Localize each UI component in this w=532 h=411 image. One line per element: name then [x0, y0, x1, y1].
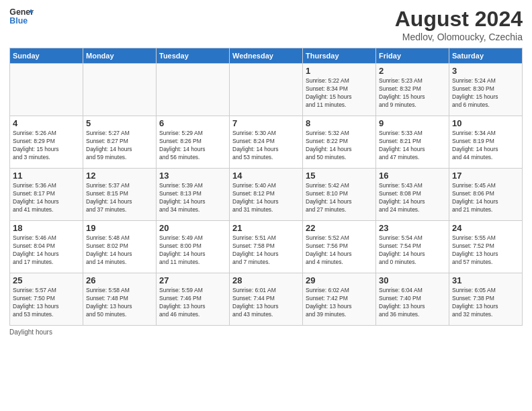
day-number: 26 — [86, 275, 153, 285]
day-cell — [230, 64, 303, 116]
day-cell: 21Sunrise: 5:51 AM Sunset: 7:58 PM Dayli… — [230, 221, 303, 273]
day-info: Sunrise: 6:01 AM Sunset: 7:44 PM Dayligh… — [232, 287, 300, 319]
day-cell: 12Sunrise: 5:37 AM Sunset: 8:15 PM Dayli… — [83, 169, 157, 221]
logo: General Blue — [9, 7, 34, 27]
day-info: Sunrise: 5:34 AM Sunset: 8:19 PM Dayligh… — [452, 130, 519, 162]
day-cell: 1Sunrise: 5:22 AM Sunset: 8:34 PM Daylig… — [303, 64, 376, 116]
day-cell: 27Sunrise: 5:59 AM Sunset: 7:46 PM Dayli… — [157, 273, 230, 326]
day-cell: 13Sunrise: 5:39 AM Sunset: 8:13 PM Dayli… — [157, 169, 230, 221]
day-number: 16 — [379, 171, 446, 181]
day-info: Sunrise: 5:33 AM Sunset: 8:21 PM Dayligh… — [379, 130, 446, 162]
day-number: 25 — [13, 275, 80, 285]
day-info: Sunrise: 5:23 AM Sunset: 8:32 PM Dayligh… — [379, 77, 446, 109]
day-info: Sunrise: 5:24 AM Sunset: 8:30 PM Dayligh… — [452, 77, 519, 109]
main-title: August 2024 — [395, 7, 523, 32]
day-cell: 23Sunrise: 5:54 AM Sunset: 7:54 PM Dayli… — [376, 221, 449, 273]
subtitle: Medlov, Olomoucky, Czechia — [395, 32, 523, 42]
week-row-1: 1Sunrise: 5:22 AM Sunset: 8:34 PM Daylig… — [10, 64, 523, 116]
day-number: 23 — [379, 223, 446, 233]
week-row-2: 4Sunrise: 5:26 AM Sunset: 8:29 PM Daylig… — [10, 116, 523, 169]
day-info: Sunrise: 5:54 AM Sunset: 7:54 PM Dayligh… — [379, 234, 446, 267]
day-number: 21 — [232, 223, 300, 233]
day-number: 12 — [86, 171, 153, 181]
day-cell: 24Sunrise: 5:55 AM Sunset: 7:52 PM Dayli… — [449, 221, 523, 273]
day-cell: 8Sunrise: 5:32 AM Sunset: 8:22 PM Daylig… — [303, 116, 376, 169]
day-info: Sunrise: 6:02 AM Sunset: 7:42 PM Dayligh… — [306, 287, 373, 319]
col-wednesday: Wednesday — [230, 48, 303, 64]
day-number: 20 — [159, 223, 226, 233]
col-thursday: Thursday — [303, 48, 376, 64]
day-number: 31 — [452, 275, 519, 285]
day-number: 18 — [13, 223, 80, 233]
day-info: Sunrise: 5:59 AM Sunset: 7:46 PM Dayligh… — [159, 287, 226, 319]
day-info: Sunrise: 5:39 AM Sunset: 8:13 PM Dayligh… — [159, 182, 226, 214]
title-block: August 2024 Medlov, Olomoucky, Czechia — [395, 7, 523, 42]
day-info: Sunrise: 5:30 AM Sunset: 8:24 PM Dayligh… — [232, 130, 300, 162]
day-cell: 19Sunrise: 5:48 AM Sunset: 8:02 PM Dayli… — [83, 221, 157, 273]
day-number: 17 — [452, 171, 519, 181]
day-number: 22 — [306, 223, 373, 233]
day-cell: 17Sunrise: 5:45 AM Sunset: 8:06 PM Dayli… — [449, 169, 523, 221]
day-cell: 31Sunrise: 6:05 AM Sunset: 7:38 PM Dayli… — [449, 273, 523, 326]
day-info: Sunrise: 5:46 AM Sunset: 8:04 PM Dayligh… — [13, 234, 80, 267]
day-cell: 6Sunrise: 5:29 AM Sunset: 8:26 PM Daylig… — [157, 116, 230, 169]
day-number: 8 — [306, 118, 373, 128]
header: General Blue August 2024 Medlov, Olomouc… — [9, 7, 523, 42]
day-number: 30 — [379, 275, 446, 285]
day-info: Sunrise: 5:40 AM Sunset: 8:12 PM Dayligh… — [232, 182, 300, 214]
day-number: 11 — [13, 171, 80, 181]
logo-icon: General Blue — [9, 7, 34, 27]
day-cell: 26Sunrise: 5:58 AM Sunset: 7:48 PM Dayli… — [83, 273, 157, 326]
day-cell: 7Sunrise: 5:30 AM Sunset: 8:24 PM Daylig… — [230, 116, 303, 169]
day-number: 19 — [86, 223, 153, 233]
day-info: Sunrise: 5:36 AM Sunset: 8:17 PM Dayligh… — [13, 182, 80, 214]
day-number: 29 — [306, 275, 373, 285]
day-number: 14 — [232, 171, 300, 181]
col-tuesday: Tuesday — [157, 48, 230, 64]
week-row-5: 25Sunrise: 5:57 AM Sunset: 7:50 PM Dayli… — [10, 273, 523, 326]
day-cell: 22Sunrise: 5:52 AM Sunset: 7:56 PM Dayli… — [303, 221, 376, 273]
calendar-table: Sunday Monday Tuesday Wednesday Thursday… — [9, 48, 523, 326]
col-friday: Friday — [376, 48, 449, 64]
day-cell: 3Sunrise: 5:24 AM Sunset: 8:30 PM Daylig… — [449, 64, 523, 116]
day-cell: 9Sunrise: 5:33 AM Sunset: 8:21 PM Daylig… — [376, 116, 449, 169]
day-number: 9 — [379, 118, 446, 128]
day-info: Sunrise: 6:05 AM Sunset: 7:38 PM Dayligh… — [452, 287, 519, 319]
day-cell: 14Sunrise: 5:40 AM Sunset: 8:12 PM Dayli… — [230, 169, 303, 221]
day-info: Sunrise: 5:55 AM Sunset: 7:52 PM Dayligh… — [452, 234, 519, 267]
day-number: 1 — [306, 66, 373, 76]
day-cell: 10Sunrise: 5:34 AM Sunset: 8:19 PM Dayli… — [449, 116, 523, 169]
day-info: Sunrise: 5:29 AM Sunset: 8:26 PM Dayligh… — [159, 130, 226, 162]
day-info: Sunrise: 5:42 AM Sunset: 8:10 PM Dayligh… — [306, 182, 373, 214]
day-info: Sunrise: 5:37 AM Sunset: 8:15 PM Dayligh… — [86, 182, 153, 214]
day-cell: 4Sunrise: 5:26 AM Sunset: 8:29 PM Daylig… — [10, 116, 83, 169]
day-number: 15 — [306, 171, 373, 181]
day-cell — [10, 64, 83, 116]
day-info: Sunrise: 5:57 AM Sunset: 7:50 PM Dayligh… — [13, 287, 80, 319]
day-info: Sunrise: 5:27 AM Sunset: 8:27 PM Dayligh… — [86, 130, 153, 162]
day-cell — [83, 64, 157, 116]
day-cell: 2Sunrise: 5:23 AM Sunset: 8:32 PM Daylig… — [376, 64, 449, 116]
day-cell: 18Sunrise: 5:46 AM Sunset: 8:04 PM Dayli… — [10, 221, 83, 273]
day-cell: 25Sunrise: 5:57 AM Sunset: 7:50 PM Dayli… — [10, 273, 83, 326]
day-number: 10 — [452, 118, 519, 128]
col-monday: Monday — [83, 48, 157, 64]
day-info: Sunrise: 5:51 AM Sunset: 7:58 PM Dayligh… — [232, 234, 300, 267]
day-number: 27 — [159, 275, 226, 285]
day-number: 6 — [159, 118, 226, 128]
day-info: Sunrise: 5:22 AM Sunset: 8:34 PM Dayligh… — [306, 77, 373, 109]
day-number: 2 — [379, 66, 446, 76]
day-number: 3 — [452, 66, 519, 76]
svg-text:Blue: Blue — [9, 16, 28, 26]
day-cell: 15Sunrise: 5:42 AM Sunset: 8:10 PM Dayli… — [303, 169, 376, 221]
day-number: 5 — [86, 118, 153, 128]
day-number: 4 — [13, 118, 80, 128]
week-row-3: 11Sunrise: 5:36 AM Sunset: 8:17 PM Dayli… — [10, 169, 523, 221]
day-info: Sunrise: 5:26 AM Sunset: 8:29 PM Dayligh… — [13, 130, 80, 162]
day-number: 28 — [232, 275, 300, 285]
footer-note: Daylight hours — [9, 328, 523, 336]
day-info: Sunrise: 5:43 AM Sunset: 8:08 PM Dayligh… — [379, 182, 446, 214]
day-cell — [157, 64, 230, 116]
day-cell: 5Sunrise: 5:27 AM Sunset: 8:27 PM Daylig… — [83, 116, 157, 169]
day-info: Sunrise: 5:48 AM Sunset: 8:02 PM Dayligh… — [86, 234, 153, 267]
